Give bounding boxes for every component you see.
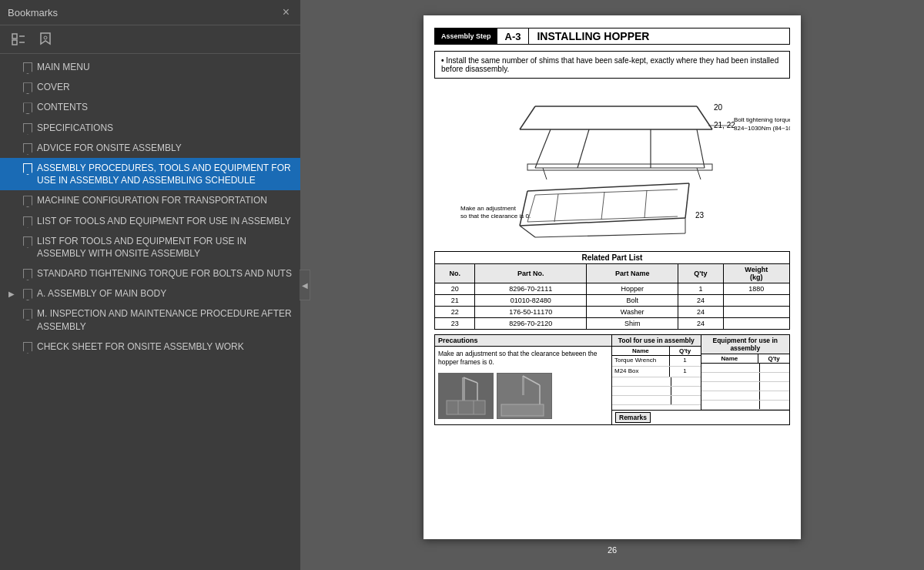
- bookmark-item-assembly-procedures[interactable]: ASSEMBLY PROCEDURES, TOOLS AND EQUIPMENT…: [0, 158, 300, 190]
- equip-empty-cell-1: [701, 364, 761, 372]
- equip-empty-cell-8: [760, 391, 789, 400]
- related-parts-title: Related Part List: [435, 252, 790, 264]
- bookmark-text-assembly-procedures: ASSEMBLY PROCEDURES, TOOLS AND EQUIPMENT…: [37, 162, 293, 186]
- parts-cell-part_name: Hopper: [587, 283, 678, 295]
- tool-qty: 1: [670, 356, 701, 366]
- col-name-1: Name: [612, 347, 670, 355]
- svg-line-10: [578, 129, 589, 168]
- step-number: A-3: [497, 28, 530, 44]
- bookmark-ribbon-machine-config: [22, 196, 32, 206]
- bookmark-item-check-sheet[interactable]: CHECK SHEET FOR ONSITE ASSEMBLY WORK: [0, 337, 300, 357]
- tool-empty-row-3: [612, 396, 701, 405]
- svg-rect-35: [447, 401, 485, 414]
- bookmark-item-cover[interactable]: COVER: [0, 77, 300, 97]
- precautions-column: Precautions Make an adjustment so that t…: [435, 335, 612, 424]
- bookmark-ribbon-main-menu: [22, 62, 32, 72]
- col-name-2: Name: [701, 354, 759, 363]
- bookmark-item-advice[interactable]: ADVICE FOR ONSITE ASSEMBLY: [0, 138, 300, 158]
- parts-cell-weight: [723, 295, 790, 307]
- tool-col-headers-1: Name Q'ty: [612, 347, 701, 356]
- empty-cell-2: [671, 377, 701, 386]
- bookmark-ribbon-assembly-main-body: [22, 289, 32, 299]
- parts-cell-part_no: 8296-70-2111: [475, 283, 587, 295]
- parts-cell-part_no: 8296-70-2120: [475, 318, 587, 330]
- bookmark-text-check-sheet: CHECK SHEET FOR ONSITE ASSEMBLY WORK: [37, 340, 293, 353]
- bookmarks-panel: Bookmarks × MAIN MENUCOVERCONTENTSSPECIF…: [0, 0, 300, 570]
- parts-cell-no: 23: [435, 318, 475, 330]
- tools-column: Tool for use in assembly Name Q'ty Torqu…: [612, 335, 789, 424]
- parts-cell-qty: 24: [678, 295, 723, 307]
- bookmark-ribbon-advice: [22, 143, 32, 153]
- bookmark-view-button[interactable]: [35, 30, 55, 49]
- close-button[interactable]: ×: [280, 5, 293, 20]
- tool-data-row: Torque Wrench1: [612, 356, 701, 367]
- bookmark-ribbon-specifications: [22, 123, 32, 133]
- col-header-partno: Part No.: [475, 264, 587, 283]
- bookmark-item-machine-config[interactable]: MACHINE CONFIGURATION FOR TRANSPORTATION: [0, 190, 300, 210]
- torque-note-line1: Bolt tightening torque: [734, 116, 790, 123]
- hopper-lower: 23 Make an adjustment so that the cleara…: [460, 183, 705, 237]
- bookmark-text-list-for-tools: LIST FOR TOOLS AND EQUIPMENT FOR USE IN …: [37, 235, 293, 260]
- svg-rect-16: [527, 164, 712, 170]
- expand-collapse-button[interactable]: [8, 31, 29, 48]
- bookmark-text-inspection: M. INSPECTION AND MAINTENANCE PROCEDURE …: [37, 307, 293, 332]
- parts-cell-weight: 1880: [723, 283, 790, 295]
- svg-line-19: [520, 191, 527, 226]
- document-viewer: Assembly Step A-3 INSTALLING HOPPER • In…: [300, 0, 924, 570]
- expand-icon: [12, 33, 25, 45]
- svg-line-29: [535, 233, 685, 237]
- bookmark-item-contents[interactable]: CONTENTS: [0, 97, 300, 117]
- remarks-label: Remarks: [615, 412, 651, 423]
- tool-empty-row-2: [612, 387, 701, 396]
- bookmark-item-list-tools[interactable]: LIST OF TOOLS AND EQUIPMENT FOR USE IN A…: [0, 211, 300, 231]
- col-qty-1: Q'ty: [670, 347, 701, 355]
- parts-cell-qty: 24: [678, 307, 723, 318]
- bookmark-item-specifications[interactable]: SPECIFICATIONS: [0, 118, 300, 138]
- bookmark-text-contents: CONTENTS: [37, 101, 293, 113]
- equip-empty-row-4: [701, 391, 790, 401]
- bookmark-ribbon-cover: [22, 82, 32, 92]
- equip-empty-row-1: [701, 364, 790, 373]
- expand-arrow-assembly-main-body[interactable]: ▶: [6, 289, 17, 300]
- bookmark-item-inspection[interactable]: M. INSPECTION AND MAINTENANCE PROCEDURE …: [0, 303, 300, 336]
- tool-for-assembly-section: Tool for use in assembly Name Q'ty Torqu…: [612, 335, 701, 410]
- empty-cell-5: [612, 396, 671, 404]
- bookmark-text-main-menu: MAIN MENU: [37, 61, 293, 73]
- collapse-panel-button[interactable]: ◀: [300, 270, 310, 300]
- bookmark-item-assembly-main-body[interactable]: ▶A. ASSEMBLY OF MAIN BODY: [0, 283, 300, 303]
- step-label: Assembly Step: [435, 28, 497, 44]
- col-header-partname: Part Name: [587, 264, 678, 283]
- svg-rect-0: [12, 34, 17, 39]
- equip-empty-cell-4: [760, 373, 789, 381]
- parts-cell-weight: [723, 318, 790, 330]
- svg-line-9: [535, 129, 551, 168]
- parts-row: 2101010-82480Bolt24: [435, 295, 790, 307]
- bookmark-item-standard-tightening[interactable]: STANDARD TIGHTENING TORQUE FOR BOLTS AND…: [0, 263, 300, 283]
- equip-empty-cell-9: [701, 401, 761, 409]
- step-title: INSTALLING HOPPER: [529, 28, 657, 44]
- bookmarks-list: MAIN MENUCOVERCONTENTSSPECIFICATIONSADVI…: [0, 54, 300, 570]
- svg-line-26: [601, 192, 604, 220]
- precautions-text: Make an adjustment so that the clearance…: [435, 347, 611, 370]
- bottom-section: Precautions Make an adjustment so that t…: [434, 334, 790, 425]
- bookmark-text-specifications: SPECIFICATIONS: [37, 122, 293, 134]
- photo-2-svg: [497, 374, 551, 418]
- bookmark-item-main-menu[interactable]: MAIN MENU: [0, 57, 300, 77]
- svg-line-7: [520, 106, 535, 129]
- technical-diagram: 20 Bolt tightening torque 824~1030Nm (84…: [434, 83, 790, 245]
- bookmark-icon: [39, 32, 52, 46]
- equip-empty-row-2: [701, 373, 790, 382]
- equip-empty-cell-6: [760, 382, 789, 391]
- svg-rect-32: [462, 377, 465, 401]
- equip-empty-cell-7: [701, 391, 761, 400]
- equip-empty-row-3: [701, 382, 790, 391]
- equip-empty-cell-5: [701, 382, 761, 391]
- parts-cell-part_name: Bolt: [587, 295, 678, 307]
- bookmark-ribbon-list-for-tools: [22, 236, 32, 246]
- bookmark-item-list-for-tools[interactable]: LIST FOR TOOLS AND EQUIPMENT FOR USE IN …: [0, 231, 300, 263]
- parts-cell-qty: 1: [678, 283, 723, 295]
- equip-empty-row-5: [701, 401, 790, 410]
- photo-1: [438, 373, 494, 419]
- hopper-upper: 20 Bolt tightening torque 824~1030Nm (84…: [520, 103, 790, 179]
- svg-line-22: [535, 189, 678, 195]
